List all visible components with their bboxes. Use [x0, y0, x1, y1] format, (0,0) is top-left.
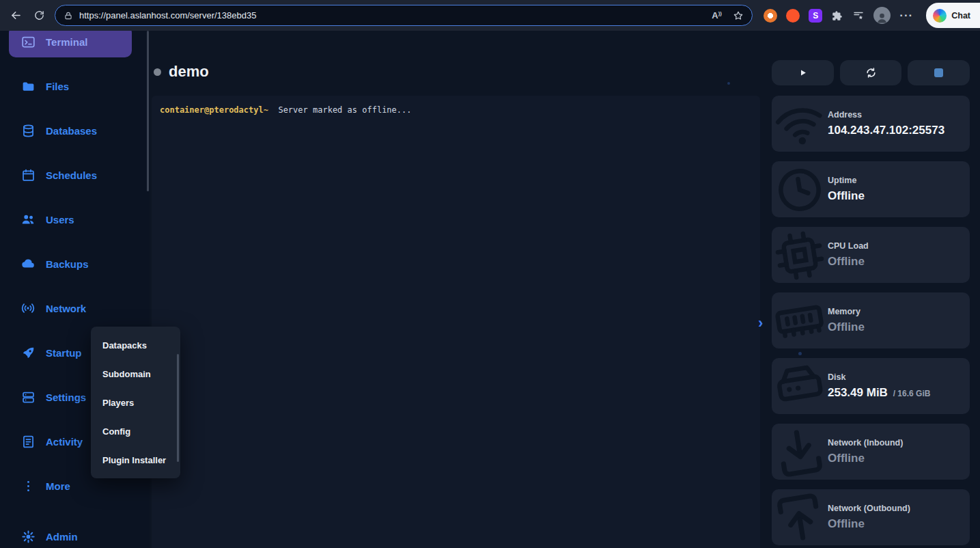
sidebar-item-label: Activity — [46, 436, 83, 448]
users-icon — [20, 212, 36, 227]
refresh-icon — [33, 10, 45, 21]
more-submenu-popup: Datapacks Subdomain Players Config Plugi… — [91, 327, 180, 478]
stat-value: Offline — [828, 452, 903, 465]
chat-button[interactable]: Chat — [926, 3, 980, 28]
read-aloud-icon[interactable]: A)) — [712, 10, 722, 20]
sidebar-item-label: Startup — [46, 347, 82, 359]
sidebar-item-terminal[interactable]: Terminal — [9, 31, 132, 57]
stat-value: 253.49 MiB — [828, 386, 888, 399]
favorites-hub-icon[interactable] — [852, 10, 865, 22]
sidebar-item-schedules[interactable]: Schedules — [0, 159, 150, 191]
arrow-down-icon — [772, 424, 830, 480]
submenu-item-config[interactable]: Config — [91, 417, 180, 446]
sidebar-item-label: Admin — [46, 531, 78, 543]
refresh-button[interactable] — [27, 4, 51, 27]
clock-icon — [772, 161, 830, 217]
stat-value: Offline — [828, 517, 910, 531]
toolbar-right-cluster: S ··· Chat — [764, 0, 980, 31]
stat-card-uptime: Uptime Offline — [772, 161, 970, 217]
server-name: demo — [169, 63, 209, 81]
settings-ellipsis-icon[interactable]: ··· — [899, 9, 913, 23]
stat-card-network-inbound: Network (Inbound) Offline — [772, 424, 970, 480]
stop-icon — [934, 68, 943, 77]
ellipsis-vertical-icon — [20, 479, 36, 493]
stat-card-address: Address 104.243.47.102:25573 — [772, 96, 970, 152]
stat-card-cpu: CPU Load Offline — [772, 227, 970, 283]
sidebar-item-databases[interactable]: Databases — [0, 115, 150, 146]
gear-icon — [20, 530, 36, 544]
stat-title: Uptime — [828, 176, 865, 185]
disk-icon — [772, 358, 830, 414]
chat-button-label: Chat — [951, 11, 970, 20]
back-icon — [10, 9, 23, 22]
sidebar-item-backups[interactable]: Backups — [0, 248, 150, 279]
sidebar-item-label: Users — [46, 214, 74, 225]
console-message: Server marked as offline... — [273, 105, 411, 115]
background-particle — [727, 82, 730, 85]
stat-title: Network (Inbound) — [828, 438, 903, 448]
address-bar[interactable]: https://panel.aslanhost.com/server/138eb… — [55, 5, 753, 26]
sidebar-item-label: Databases — [46, 125, 97, 137]
submenu-scrollbar[interactable] — [177, 354, 179, 462]
submenu-item-plugin-installer[interactable]: Plugin Installer — [91, 446, 180, 474]
calendar-icon — [20, 168, 36, 182]
sidebar-item-label: More — [46, 480, 70, 492]
start-button[interactable] — [772, 60, 834, 85]
submenu-item-label: Subdomain — [102, 369, 151, 379]
sidebar-item-label: Terminal — [46, 36, 87, 48]
folder-icon — [20, 79, 36, 94]
extensions-puzzle-icon[interactable] — [831, 10, 843, 22]
database-icon — [20, 124, 36, 138]
stat-card-disk: Disk 253.49 MiB / 16.6 GiB — [772, 358, 970, 414]
submenu-item-label: Plugin Installer — [102, 455, 166, 465]
favorite-star-icon[interactable] — [733, 10, 744, 21]
sidebar-item-users[interactable]: Users — [0, 204, 150, 235]
wifi-icon — [772, 96, 830, 152]
sidebar-item-label: Settings — [46, 392, 86, 403]
console-prompt: container@pterodactyl~ — [160, 105, 268, 115]
sidebar-item-files[interactable]: Files — [0, 70, 150, 102]
stat-title: CPU Load — [828, 241, 869, 251]
submenu-item-label: Players — [102, 398, 134, 408]
submenu-item-label: Datapacks — [102, 340, 147, 351]
memory-icon — [772, 292, 830, 348]
stat-value: Offline — [828, 320, 865, 334]
console-output[interactable]: container@pterodactyl~ Server marked as … — [152, 96, 760, 548]
sidebar-scrollbar[interactable] — [147, 31, 149, 191]
rocket-icon — [20, 346, 36, 360]
extension-purple-s-icon[interactable]: S — [809, 9, 822, 23]
back-button[interactable] — [4, 4, 27, 27]
stat-card-memory: Memory Offline — [772, 292, 970, 348]
collapse-right-panel-chevron[interactable]: › — [758, 316, 763, 331]
stat-title: Address — [828, 110, 944, 120]
extension-orange-icon[interactable] — [764, 9, 777, 23]
power-controls — [772, 60, 970, 85]
cpu-icon — [772, 227, 830, 283]
sidebar-item-network[interactable]: Network — [0, 292, 150, 324]
sidebar-item-label: Schedules — [46, 169, 97, 181]
broadcast-icon — [20, 301, 36, 316]
browser-toolbar: https://panel.aslanhost.com/server/138eb… — [0, 0, 980, 31]
stats-panel: Address 104.243.47.102:25573 Uptime Offl… — [772, 96, 970, 545]
site-info-lock-icon[interactable] — [64, 11, 73, 20]
server-status-dot — [154, 68, 161, 76]
submenu-item-subdomain[interactable]: Subdomain — [91, 359, 180, 388]
stop-button[interactable] — [908, 60, 970, 85]
server-header: demo — [154, 63, 209, 81]
restart-button[interactable] — [840, 60, 902, 85]
sidebar-item-admin[interactable]: Admin — [0, 521, 150, 548]
submenu-item-datapacks[interactable]: Datapacks — [91, 331, 180, 359]
activity-log-icon — [20, 435, 36, 449]
stat-title: Network (Outbound) — [828, 504, 910, 513]
profile-avatar[interactable] — [873, 7, 891, 24]
stat-value: Offline — [828, 255, 869, 269]
stat-title: Disk — [828, 372, 930, 382]
chat-logo-icon — [933, 9, 947, 23]
submenu-item-players[interactable]: Players — [91, 388, 180, 417]
stat-title: Memory — [828, 307, 865, 316]
sidebar-item-label: Backups — [46, 258, 89, 270]
url-text[interactable]: https://panel.aslanhost.com/server/138eb… — [79, 10, 712, 20]
server-settings-icon — [20, 390, 36, 405]
play-icon — [798, 68, 808, 78]
extension-brave-icon[interactable] — [786, 9, 800, 23]
